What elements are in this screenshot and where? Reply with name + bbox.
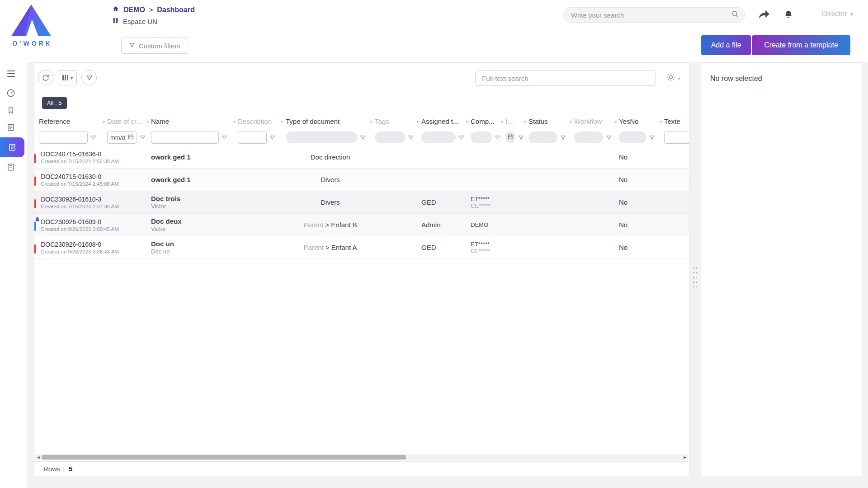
column-chooser-button[interactable]: ▾ (58, 70, 77, 85)
cell-type: Divers (286, 191, 375, 213)
filter-funnel-icon[interactable] (495, 135, 500, 141)
breadcrumb-root[interactable]: DEMO (123, 6, 145, 14)
cell-workflow (574, 236, 619, 258)
notifications-bell-icon[interactable] (781, 8, 796, 21)
filter-funnel-icon[interactable] (560, 135, 566, 141)
column-header-assigned[interactable]: Assigned t...▸ (421, 113, 471, 129)
refresh-button[interactable] (38, 70, 53, 85)
add-file-button[interactable]: Add a file (701, 35, 751, 55)
filter-funnel-icon[interactable] (606, 135, 612, 141)
filter-input-status (528, 131, 557, 143)
column-chevron-icon[interactable]: ▸ (570, 118, 572, 124)
sidebar-item-documents[interactable] (4, 120, 18, 135)
scroll-right-arrow-icon[interactable]: ► (682, 454, 688, 460)
filter-cell-tags (375, 131, 421, 143)
cell-tags (375, 191, 421, 213)
horizontal-scrollbar[interactable]: ◄ ► (35, 454, 688, 460)
column-chevron-icon[interactable]: ▸ (281, 118, 284, 124)
column-chevron-icon[interactable]: ▸ (146, 118, 149, 124)
table-row[interactable]: DOC240715-01636-0Created on 7/15/2024 2:… (34, 146, 689, 169)
tab-all-count[interactable]: All : 5 (42, 97, 67, 109)
create-from-template-button[interactable]: Create from a template (752, 35, 850, 55)
column-header-texte[interactable]: Texte▸ (664, 113, 689, 129)
column-chevron-icon[interactable]: ▸ (370, 118, 373, 124)
filter-funnel-icon[interactable] (90, 135, 96, 141)
document-name: owork ged 1 (151, 153, 238, 161)
custom-filters-button[interactable]: Custom filters (121, 38, 188, 54)
grid-settings-button[interactable]: ▾ (666, 73, 680, 84)
filter-input-description[interactable] (238, 131, 267, 144)
filter-input-date_created[interactable]: mm/d (107, 131, 137, 144)
cell-yesno: No (619, 146, 664, 168)
column-header-name[interactable]: Name▸ (151, 113, 238, 129)
type-value: Divers (321, 176, 340, 183)
filter-funnel-icon[interactable] (408, 135, 414, 141)
filter-funnel-icon[interactable] (360, 135, 366, 141)
user-role-menu[interactable]: Director ▾ (822, 10, 853, 18)
column-header-yesno[interactable]: YesNo▸ (619, 113, 664, 129)
column-header-type[interactable]: Type of document▸ (286, 113, 375, 129)
column-header-i[interactable]: I...▸ (505, 113, 528, 129)
column-chevron-icon[interactable]: ▸ (614, 118, 617, 124)
column-chevron-icon[interactable]: ▸ (417, 118, 420, 124)
cell-texte (664, 146, 689, 168)
search-icon[interactable] (731, 10, 739, 20)
cell-type: Divers (286, 169, 375, 191)
pdf-file-icon (34, 242, 37, 253)
grid-filter-button[interactable] (81, 70, 97, 85)
column-header-label: Reference (39, 117, 70, 125)
sidebar-item-dashboard[interactable] (4, 85, 18, 101)
filter-funnel-icon[interactable] (649, 135, 655, 141)
filter-input-reference[interactable] (39, 131, 88, 144)
table-row[interactable]: DOC230926-01610-3Created on 7/15/2024 2:… (34, 191, 689, 214)
cell-date (107, 214, 151, 236)
column-header-date_created[interactable]: Date of cr...▸ (107, 113, 151, 129)
app-logo[interactable]: O'WORK (7, 4, 55, 47)
cell-tags (375, 236, 421, 258)
panel-resize-handle[interactable] (692, 267, 698, 287)
column-chevron-icon[interactable]: ▸ (501, 118, 504, 124)
fulltext-search-input[interactable] (482, 75, 649, 82)
column-chevron-icon[interactable]: ▸ (233, 118, 236, 124)
calendar-icon[interactable] (128, 133, 134, 141)
column-chevron-icon[interactable]: ▸ (466, 118, 469, 124)
sidebar-item-archive[interactable] (4, 160, 18, 175)
column-chevron-icon[interactable]: ▸ (524, 118, 527, 124)
menu-hamburger-icon[interactable] (4, 66, 18, 81)
column-chevron-icon[interactable]: ▸ (103, 118, 105, 124)
filter-funnel-icon[interactable] (222, 135, 227, 141)
column-chevron-icon[interactable]: ▸ (660, 118, 662, 124)
scroll-left-arrow-icon[interactable]: ◄ (35, 454, 42, 460)
filter-input-assigned (421, 131, 456, 143)
document-subtitle: Doc un (151, 248, 238, 255)
share-icon[interactable] (757, 8, 771, 22)
breadcrumb-current[interactable]: Dashboard (157, 6, 195, 14)
table-row[interactable]: DOC240715-01630-0Created on 7/15/2024 2:… (34, 169, 689, 191)
cell-assigned (421, 146, 471, 168)
cell-reference: DOC240715-01630-0Created on 7/15/2024 2:… (39, 169, 107, 191)
column-header-reference[interactable]: Reference▸ (39, 113, 107, 129)
filter-funnel-icon[interactable] (269, 135, 275, 141)
table-row[interactable]: DOC230926-01608-0Created on 9/26/2023 3:… (34, 236, 689, 259)
column-header-status[interactable]: Status▸ (528, 113, 574, 129)
column-header-workflow[interactable]: Workflow▸ (574, 113, 619, 129)
filter-funnel-icon[interactable] (458, 135, 464, 141)
home-icon[interactable] (112, 5, 119, 14)
filter-input-name[interactable] (151, 131, 219, 144)
sidebar-item-ged-active[interactable] (0, 137, 24, 157)
table-row[interactable]: DOC230926-01609-0Created on 9/26/2023 3:… (34, 214, 689, 236)
type-parent: Parent (304, 244, 324, 251)
global-search-input[interactable] (571, 11, 731, 19)
sidebar-item-bookmarks[interactable] (4, 103, 18, 118)
column-header-description[interactable]: Description▸ (238, 113, 286, 129)
filter-funnel-icon[interactable] (518, 135, 524, 141)
scrollbar-thumb[interactable] (42, 455, 406, 460)
column-header-company[interactable]: Comp...▸ (471, 113, 505, 129)
column-header-label: I... (505, 117, 513, 125)
type-value: > Enfant B (325, 221, 357, 229)
gear-icon (666, 73, 675, 84)
column-header-tags[interactable]: Tags▸ (375, 113, 421, 129)
document-subtitle: Victor (151, 203, 238, 210)
filter-input-texte[interactable] (664, 131, 689, 144)
filter-funnel-icon[interactable] (140, 135, 146, 141)
